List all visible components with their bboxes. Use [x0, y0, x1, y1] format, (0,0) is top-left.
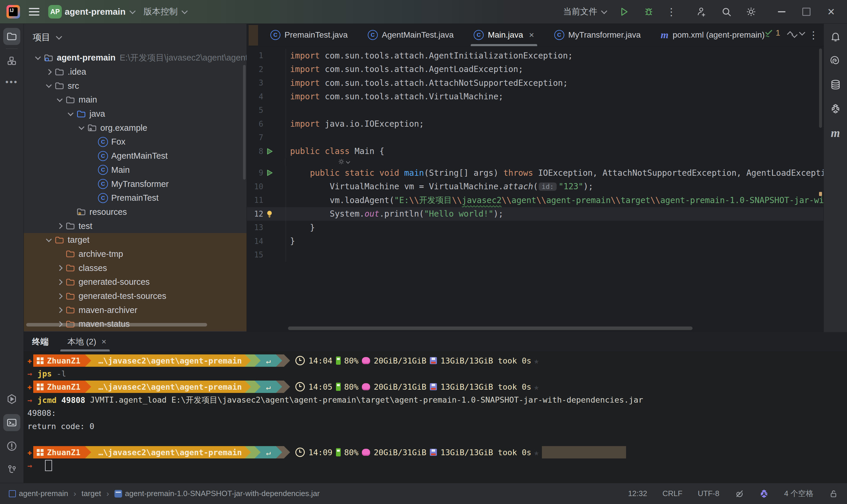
tree-item-.idea[interactable]: .idea	[24, 65, 246, 79]
inlay-hint-row[interactable]	[247, 158, 824, 166]
tree-item-Main[interactable]: CMain	[24, 163, 246, 177]
dependencies-button[interactable]	[827, 100, 844, 117]
tree-item-agent-premain[interactable]: agent-premainE:\开发项目\javasec2\agent\agen…	[24, 51, 246, 65]
tool-terminal-button[interactable]	[3, 414, 20, 431]
chevron-right-icon[interactable]	[54, 266, 65, 270]
chevron-right-icon[interactable]	[54, 224, 65, 228]
chevron-right-icon[interactable]	[54, 294, 65, 298]
chevron-down-icon[interactable]	[44, 239, 54, 241]
tree-horizontal-scrollbar[interactable]	[26, 323, 207, 326]
tree-item-resources[interactable]: resources	[24, 205, 246, 219]
tree-item-src[interactable]: src	[24, 79, 246, 93]
more-tool-windows-button[interactable]: •••	[3, 73, 20, 91]
run-line-icon[interactable]	[264, 146, 275, 157]
tree-item-AgentMainTest[interactable]: CAgentMainTest	[24, 149, 246, 163]
line-separator-widget[interactable]: CRLF	[662, 489, 682, 498]
chevron-down-icon[interactable]	[33, 57, 43, 59]
tool-problems-button[interactable]	[3, 437, 20, 455]
code-with-me-button[interactable]	[695, 5, 709, 19]
editor-stripe-mark[interactable]	[819, 192, 822, 196]
code-line-15[interactable]: 15	[247, 248, 824, 262]
window-minimize-button[interactable]	[775, 5, 789, 19]
window-restore-button[interactable]	[799, 5, 813, 19]
tool-structure-button[interactable]	[3, 52, 20, 69]
tree-item-Fox[interactable]: CFox	[24, 135, 246, 149]
tab-Main.java[interactable]: CMain.java×	[464, 24, 544, 46]
tree-item-main[interactable]: main	[24, 93, 246, 107]
main-menu-button[interactable]	[29, 8, 39, 16]
chevron-right-icon[interactable]	[54, 308, 65, 312]
tree-vertical-scrollbar[interactable]	[243, 65, 246, 180]
code-line-12[interactable]: 12 System.out.println("Hello world!");	[247, 207, 824, 221]
code-line-11[interactable]: 11 vm.loadAgent("E:\\开发项目\\javasec2\\age…	[247, 193, 824, 207]
encoding-widget[interactable]: UTF-8	[698, 489, 720, 498]
tree-item-java[interactable]: java	[24, 107, 246, 121]
close-tab-icon[interactable]: ×	[529, 30, 534, 40]
chevron-right-icon[interactable]	[44, 70, 54, 74]
breadcrumb-module[interactable]: agent-premain	[9, 489, 68, 498]
breadcrumb-target[interactable]: target	[82, 489, 101, 498]
code-editor[interactable]: 1import com.sun.tools.attach.AgentInitia…	[247, 47, 824, 332]
plugin-widget[interactable]	[759, 489, 769, 499]
code-line-5[interactable]: 5	[247, 104, 824, 117]
close-icon[interactable]: ×	[102, 337, 106, 346]
maven-button[interactable]: m	[827, 124, 844, 141]
terminal-tab-local[interactable]: 本地 (2) ×	[67, 332, 106, 352]
code-line-8[interactable]: 8public class Main {	[247, 145, 824, 158]
tab-PremainTest.java[interactable]: CPremainTest.java	[260, 24, 358, 46]
next-problem-icon[interactable]	[799, 29, 805, 35]
code-line-10[interactable]: 10 VirtualMachine vm = VirtualMachine.at…	[247, 180, 824, 194]
chevron-down-icon[interactable]	[76, 127, 87, 129]
code-line-7[interactable]: 7	[247, 131, 824, 145]
vcs-widget[interactable]: 版本控制	[143, 6, 187, 18]
tree-item-generated-sources[interactable]: generated-sources	[24, 275, 246, 289]
chevron-down-icon[interactable]	[65, 113, 76, 115]
lock-widget[interactable]	[829, 489, 838, 499]
tree-item-classes[interactable]: classes	[24, 261, 246, 275]
terminal-output[interactable]: ✚ZhuanZ1…\javasec2\agent\agent-premain↵1…	[24, 352, 847, 472]
tool-vcs-button[interactable]	[3, 461, 20, 478]
tab-AgentMainTest.java[interactable]: CAgentMainTest.java	[358, 24, 464, 46]
code-line-3[interactable]: 3import com.sun.tools.attach.AttachNotSu…	[247, 76, 824, 90]
database-button[interactable]	[827, 76, 844, 93]
run-line-icon[interactable]	[264, 167, 275, 178]
tool-project-button[interactable]	[3, 28, 20, 45]
code-line-9[interactable]: 9 public static void main(String[] args)…	[247, 166, 824, 180]
tree-item-MyTransformer[interactable]: CMyTransformer	[24, 177, 246, 191]
tab-pom.xml-agent-premain-[interactable]: mpom.xml (agent-premain)	[651, 24, 775, 46]
ai-disabled-widget[interactable]	[734, 489, 744, 499]
editor-vertical-scrollbar[interactable]	[819, 49, 822, 128]
indent-widget[interactable]: 4 个空格	[784, 488, 813, 499]
prev-problem-icon[interactable]	[787, 31, 793, 37]
code-line-14[interactable]: 14}	[247, 235, 824, 248]
tree-item-archive-tmp[interactable]: archive-tmp	[24, 247, 246, 261]
tree-item-org.example[interactable]: org.example	[24, 121, 246, 135]
chevron-down-icon[interactable]	[44, 85, 54, 87]
tab-MyTransformer.java[interactable]: CMyTransformer.java	[544, 24, 651, 46]
code-line-2[interactable]: 2import com.sun.tools.attach.AgentLoadEx…	[247, 62, 824, 76]
inspection-widget[interactable]: 1	[764, 28, 804, 38]
search-everywhere-button[interactable]	[719, 5, 733, 19]
code-line-13[interactable]: 13 }	[247, 221, 824, 235]
run-configuration-selector[interactable]: 当前文件	[563, 6, 606, 18]
code-line-1[interactable]: 1import com.sun.tools.attach.AgentInitia…	[247, 49, 824, 62]
tree-item-PremainTest[interactable]: CPremainTest	[24, 191, 246, 205]
debug-button[interactable]	[642, 5, 656, 19]
code-line-6[interactable]: 6import java.io.IOException;	[247, 117, 824, 131]
tree-item-generated-test-sources[interactable]: generated-test-sources	[24, 289, 246, 303]
code-line-4[interactable]: 4import com.sun.tools.attach.VirtualMach…	[247, 90, 824, 104]
tree-item-test[interactable]: test	[24, 219, 246, 233]
tool-services-button[interactable]	[3, 391, 20, 408]
editor-horizontal-scrollbar[interactable]	[288, 326, 693, 330]
intention-bulb-icon[interactable]	[264, 209, 275, 219]
tree-item-maven-archiver[interactable]: maven-archiver	[24, 303, 246, 317]
more-actions-button[interactable]: ⋮	[667, 7, 676, 17]
ai-assistant-button[interactable]	[827, 52, 844, 69]
tab-options-button[interactable]: ⋮	[809, 30, 818, 40]
project-panel-header[interactable]: 项目	[24, 24, 246, 51]
window-close-button[interactable]: ×	[824, 5, 838, 19]
project-widget[interactable]: AP agent-premain	[48, 5, 135, 19]
chevron-right-icon[interactable]	[54, 280, 65, 284]
chevron-down-icon[interactable]	[54, 99, 65, 101]
notifications-button[interactable]	[827, 28, 844, 45]
